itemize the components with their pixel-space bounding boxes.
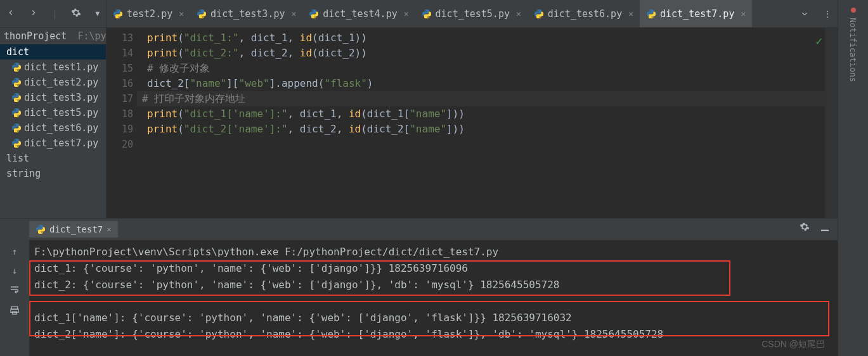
tree-folder-dict[interactable]: dict bbox=[0, 44, 106, 60]
dropdown-icon[interactable]: ▼ bbox=[95, 10, 100, 18]
python-file-icon bbox=[534, 9, 544, 19]
close-icon[interactable]: ✕ bbox=[738, 9, 746, 18]
scroll-down-icon[interactable]: ↓ bbox=[12, 265, 17, 276]
tree-folder-label: dict bbox=[6, 46, 29, 58]
close-icon[interactable]: ✕ bbox=[176, 9, 184, 18]
tree-file-label: dict_test1.py bbox=[24, 61, 98, 73]
editor-tab[interactable]: dict_test6.py✕ bbox=[528, 0, 640, 27]
tree-file-label: dict_test6.py bbox=[24, 122, 98, 134]
line-gutter: 1314151617181920 bbox=[107, 28, 142, 218]
python-file-icon bbox=[422, 9, 432, 19]
tree-file-label: dict_test7.py bbox=[24, 137, 98, 149]
tab-label: dict_test6.py bbox=[548, 8, 622, 20]
project-root[interactable]: thonProject F:\pyt bbox=[0, 28, 106, 44]
code-line[interactable] bbox=[142, 137, 825, 152]
console-line: dict_2['name']: {'course': 'python', 'na… bbox=[34, 326, 832, 343]
tree-file-label: dict_test5.py bbox=[24, 107, 98, 118]
scroll-up-icon[interactable]: ↑ bbox=[12, 246, 17, 257]
project-sidebar: thonProject F:\pyt dict dict_test1.pydic… bbox=[0, 28, 107, 218]
run-tab[interactable]: dict_test7 ✕ bbox=[29, 221, 118, 238]
tab-label: test2.py bbox=[127, 8, 172, 20]
editor-tabs: test2.py✕dict_test3.py✕dict_test4.py✕dic… bbox=[107, 0, 792, 27]
tree-file[interactable]: dict_test1.py bbox=[0, 60, 106, 75]
code-line[interactable]: print("dict_2:", dict_2, id(dict_2)) bbox=[142, 46, 825, 61]
run-tabs-bar: dict_test7 ✕ — bbox=[0, 219, 838, 240]
close-icon[interactable]: ✕ bbox=[288, 9, 296, 18]
right-tool-strip: Notifications bbox=[838, 0, 868, 356]
console-line: dict_1['name']: {'course': 'python', 'na… bbox=[34, 310, 832, 326]
close-icon[interactable]: ✕ bbox=[626, 9, 633, 18]
run-settings-icon[interactable] bbox=[800, 222, 810, 237]
watermark-text: CSDN @短尾巴 bbox=[761, 336, 825, 352]
close-icon[interactable]: ✕ bbox=[401, 9, 409, 18]
tab-label: dict_test4.py bbox=[323, 8, 397, 20]
notification-badge-icon[interactable] bbox=[851, 8, 856, 13]
code-line[interactable]: print("dict_1:", dict_1, id(dict_1)) bbox=[142, 30, 825, 46]
tree-file[interactable]: dict_test3.py bbox=[0, 90, 106, 105]
code-line[interactable]: # 修改子对象 bbox=[142, 61, 825, 76]
console-output[interactable]: CSDN @短尾巴 F:\pythonProject\venv\Scripts\… bbox=[29, 240, 838, 356]
tab-label: dict_test7.py bbox=[660, 8, 734, 20]
nav-left-icon[interactable] bbox=[6, 8, 15, 19]
editor-tab[interactable]: dict_test5.py✕ bbox=[415, 0, 528, 27]
python-file-icon bbox=[11, 77, 22, 87]
project-path-label: F:\pyt bbox=[77, 30, 107, 42]
tabs-overflow-button[interactable] bbox=[792, 0, 817, 27]
project-name-label: thonProject bbox=[4, 30, 67, 42]
tree-file[interactable]: dict_test6.py bbox=[0, 120, 106, 136]
editor-marker-stripe bbox=[825, 28, 838, 218]
code-line[interactable]: dict_2["name"]["web"].append("flask") bbox=[142, 76, 825, 91]
inspection-ok-icon[interactable]: ✓ bbox=[815, 34, 822, 48]
python-file-icon bbox=[11, 123, 22, 133]
python-file-icon bbox=[646, 9, 656, 19]
run-action-gutter: ↑ ↓ bbox=[0, 240, 29, 356]
console-line: F:\pythonProject\venv\Scripts\python.exe… bbox=[34, 244, 832, 260]
close-icon[interactable]: ✕ bbox=[107, 225, 111, 234]
tab-label: dict_test3.py bbox=[211, 8, 285, 20]
tabs-menu-button[interactable]: ⋮ bbox=[817, 0, 838, 27]
python-file-icon bbox=[197, 9, 207, 19]
editor-tab[interactable]: dict_test7.py✕ bbox=[640, 0, 752, 27]
code-editor[interactable]: 1314151617181920 print("dict_1:", dict_1… bbox=[107, 28, 838, 218]
settings-icon[interactable] bbox=[71, 8, 81, 20]
console-line: dict_2: {'course': 'python', 'name': {'w… bbox=[34, 277, 832, 293]
python-file-icon bbox=[11, 138, 22, 148]
hide-panel-icon[interactable]: — bbox=[821, 222, 829, 237]
console-line: dict_1: {'course': 'python', 'name': {'w… bbox=[34, 260, 832, 277]
tree-file[interactable]: dict_test5.py bbox=[0, 105, 106, 120]
code-line[interactable]: # 打印子对象内存地址 bbox=[137, 91, 830, 106]
divider-icon: | bbox=[52, 9, 57, 19]
print-icon[interactable] bbox=[10, 305, 20, 317]
run-tool-window: dict_test7 ✕ — ↑ ↓ bbox=[0, 218, 838, 356]
close-icon[interactable]: ✕ bbox=[514, 9, 521, 18]
nav-icons: | ▼ bbox=[0, 0, 107, 27]
tree-folder[interactable]: string bbox=[0, 166, 106, 181]
editor-tab[interactable]: dict_test4.py✕ bbox=[302, 0, 415, 27]
python-file-icon bbox=[113, 9, 123, 19]
soft-wrap-icon[interactable] bbox=[10, 284, 20, 296]
editor-tab[interactable]: test2.py✕ bbox=[107, 0, 190, 27]
run-tab-label: dict_test7 bbox=[49, 224, 103, 234]
python-file-icon bbox=[36, 224, 46, 234]
python-file-icon bbox=[11, 92, 22, 103]
tree-folder[interactable]: list bbox=[0, 151, 106, 166]
tab-label: dict_test5.py bbox=[436, 8, 510, 20]
top-strip: | ▼ test2.py✕dict_test3.py✕dict_test4.py… bbox=[0, 0, 838, 28]
code-line[interactable]: print("dict_2['name']:", dict_2, id(dict… bbox=[142, 122, 825, 137]
tree-file[interactable]: dict_test2.py bbox=[0, 75, 106, 90]
nav-right-icon[interactable] bbox=[29, 8, 38, 19]
python-file-icon bbox=[11, 62, 22, 72]
python-file-icon bbox=[309, 9, 319, 19]
code-line[interactable]: print("dict_1['name']:", dict_1, id(dict… bbox=[142, 106, 825, 122]
console-line bbox=[34, 293, 832, 310]
tree-file-label: dict_test2.py bbox=[24, 77, 98, 88]
python-file-icon bbox=[11, 108, 22, 118]
tree-file-label: dict_test3.py bbox=[24, 92, 98, 103]
editor-tab[interactable]: dict_test3.py✕ bbox=[190, 0, 302, 27]
code-area[interactable]: print("dict_1:", dict_1, id(dict_1))prin… bbox=[142, 28, 825, 218]
tree-file[interactable]: dict_test7.py bbox=[0, 136, 106, 151]
notifications-button[interactable]: Notifications bbox=[848, 18, 858, 82]
